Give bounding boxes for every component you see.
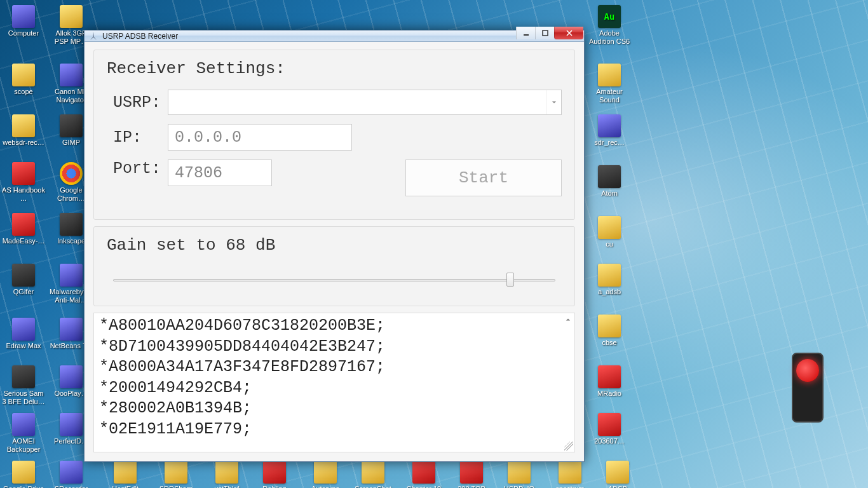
ip-row: IP: [107,124,562,151]
file-icon [598,264,621,287]
desktop-icon[interactable]: sdr_rec… [586,114,633,147]
desktop-icon-label: Chapter 10 [400,485,447,488]
output-line: *A8000A34A17A3F347E8FD2897167; [99,357,571,378]
desktop-icon[interactable]: Amateur Sound [586,64,633,104]
desktop-icon[interactable]: Atom [586,165,633,198]
desktop-icon[interactable]: Serious Sam 3 BFE Delu… [0,365,47,405]
desktop-icon-label: QGifer [0,288,47,296]
close-button[interactable] [554,27,583,39]
file-icon [508,461,531,484]
file-icon [165,461,187,484]
usrp-combobox[interactable] [168,90,562,115]
desktop-icon-label: USRP_IQ [496,485,543,488]
ip-label: IP: [107,128,164,147]
desktop-icon-label: cu [586,240,633,248]
window-content: Receiver Settings: USRP: IP: Port: Start [85,42,584,461]
desktop-icon-label: a_adsb [586,288,633,296]
desktop-icon[interactable]: spectrum [546,461,593,488]
desktop-icon[interactable]: ScreenShot [349,461,397,488]
file-icon [12,114,35,137]
desktop-icon-label: Edraw Max [0,342,47,350]
ip-input[interactable] [168,124,352,151]
desktop-icon[interactable]: MadeEasy-… [0,213,47,245]
desktop-icon-label: MRadio [586,390,633,398]
output-line: *20001494292CB4; [99,378,571,399]
resize-grip-icon[interactable] [564,442,573,451]
gain-label: Gain set to 68 dB [107,236,562,255]
desktop-icon[interactable]: AS Handbook … [0,162,47,202]
desktop-icon-label: spectrum [546,485,593,488]
desktop-icon[interactable]: ADSB [594,461,641,488]
desktop-icon[interactable]: vstThief [203,461,250,488]
desktop-icon-label: sdr_rec… [586,139,633,147]
desktop-icon-label: Serious Sam 3 BFE Delu… [0,390,47,405]
desktop-icon[interactable]: Chapter 10 [400,461,447,488]
minimize-button[interactable] [516,27,535,39]
file-icon [598,413,621,436]
gain-slider[interactable] [113,274,555,287]
file-icon [12,64,35,86]
desktop-icon-label: scope [0,88,47,96]
desktop-icon[interactable]: websdr-rec… [0,114,47,147]
start-button[interactable]: Start [405,159,562,196]
titlebar[interactable]: USRP ADSB Receiver [85,30,584,42]
desktop-icon[interactable]: Google Drive [0,461,47,488]
desktop-icon[interactable]: SDRSharp [153,461,200,488]
output-line: *A80010AA204D6078C31820200B3E; [99,316,571,337]
file-icon [60,365,83,388]
file-icon [60,5,83,28]
file-icon [460,461,483,484]
desktop-icon[interactable]: HostEdit [102,461,149,488]
desktop-icon[interactable]: a_adsb [586,264,633,296]
file-icon [12,413,35,436]
desktop-icon[interactable]: Rohling [251,461,298,488]
desktop-icon[interactable]: Edraw Max [0,318,47,350]
desktop-icon[interactable]: Autoruns [302,461,349,488]
file-icon [215,461,238,484]
desktop-icon-label: Computer [0,29,47,37]
desktop-icon[interactable]: SRecorder [48,461,95,488]
receiver-settings-panel: Receiver Settings: USRP: IP: Port: Start [93,50,575,220]
output-line: *02E1911A19E779; [99,419,571,440]
file-icon [60,461,83,484]
desktop-icon-label: SRecorder [48,485,95,488]
desktop-icon[interactable]: Computer [0,5,47,37]
file-icon [60,162,83,185]
desktop-icon[interactable]: 203607… [586,413,633,445]
desktop-icon-label: Google Drive [0,485,47,488]
desktop-icon-label: 200 TOP [448,485,495,488]
file-icon [263,461,286,484]
file-icon [314,461,337,484]
desktop-icon-label: websdr-rec… [0,139,47,147]
file-icon [60,264,83,287]
scroll-up-icon[interactable] [563,315,573,325]
file-icon [12,264,35,287]
file-icon [598,114,621,137]
desktop-icon-label: ADSB [594,485,641,488]
desktop-icon-label: SDRSharp [153,485,200,488]
desktop-icon[interactable]: QGifer [0,264,47,296]
slider-track [113,279,555,281]
desktop-icon[interactable]: MRadio [586,365,633,398]
desktop-icon-label: Atom [586,189,633,198]
output-textbox[interactable]: *A80010AA204D6078C31820200B3E;*8D7100439… [93,313,575,452]
slider-thumb[interactable] [506,273,514,287]
desktop-icon[interactable]: cbse [586,315,633,347]
file-icon [12,318,35,341]
port-input[interactable] [168,159,272,186]
maximize-button[interactable] [535,27,554,39]
desktop-icon[interactable]: scope [0,64,47,96]
desktop-icon[interactable]: USRP_IQ [496,461,543,488]
output-line: *280002A0B1394B; [99,398,571,419]
file-icon [559,461,581,484]
desktop-icon[interactable]: cu [586,216,633,248]
desktop-icon[interactable]: AOMEI Backupper [0,413,47,453]
desktop-icon-label: AS Handbook … [0,186,47,202]
file-icon [598,64,621,86]
file-icon [60,64,83,86]
desktop-icon-label: vstThief [203,485,250,488]
window-title: USRP ADSB Receiver [102,32,516,41]
desktop-icon-label: 203607… [586,437,633,445]
desktop-icon[interactable]: AuAdobe Audition CS6 [586,5,633,45]
desktop-icon[interactable]: 200 TOP [448,461,495,488]
